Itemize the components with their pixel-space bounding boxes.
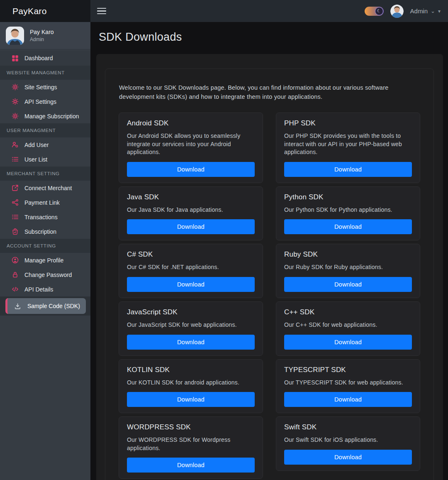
download-button[interactable]: Download — [127, 335, 255, 350]
card-description: Our WORDPRESS SDK for Wordpress applicat… — [127, 436, 255, 452]
sidebar-item-api-details[interactable]: API Details — [0, 282, 90, 296]
sdk-card-javascript: JavaScript SDK Our JavaScript SDK for we… — [119, 301, 263, 356]
sdk-card-grid: Android SDK Our Android SDK allows you t… — [119, 113, 420, 479]
sidebar-item-api-settings[interactable]: API Settings — [0, 94, 90, 109]
download-button[interactable]: Download — [284, 450, 412, 465]
avatar-image — [390, 5, 404, 18]
list-icon — [12, 156, 19, 163]
topbar: ☾ Admin ⌄ ▾ — [90, 0, 448, 22]
sdk-card-swift: Swift SDK Our Swift SDK for iOS applicat… — [276, 416, 420, 471]
sdk-card-typescript: TYPESCRIPT SDK Our TYPESCRIPT SDK for we… — [276, 359, 420, 414]
card-title: KOTLIN SDK — [127, 366, 255, 374]
sidebar: PayKaro Pay Karo Admin Dashboard WEBSITE… — [0, 0, 90, 480]
sdk-card-wordpress: WORDPRESS SDK Our WORDPRESS SDK for Word… — [119, 416, 263, 479]
card-title: Android SDK — [127, 119, 255, 127]
sidebar-item-user-list[interactable]: User List — [0, 152, 90, 167]
card-title: WORDPRESS SDK — [127, 423, 255, 431]
card-title: C# SDK — [127, 250, 255, 259]
sidebar-item-label: Add User — [24, 142, 49, 148]
card-description: Our JavaScript SDK for web applications. — [127, 321, 255, 329]
card-description: Our Ruby SDK for Ruby applications. — [284, 263, 412, 272]
sdk-panel: Welcome to our SDK Downloads page. Below… — [105, 69, 434, 480]
content-panel: Welcome to our SDK Downloads page. Below… — [96, 54, 443, 480]
sdk-card-php: PHP SDK Our PHP SDK provides you with th… — [276, 113, 420, 183]
menu-toggle-icon[interactable] — [97, 6, 106, 16]
download-button[interactable]: Download — [284, 219, 412, 234]
sidebar-item-label: Sample Code (SDK) — [27, 303, 80, 309]
card-description: Our Android SDK allows you to seamlessly… — [127, 132, 255, 157]
sidebar-item-site-settings[interactable]: Site Settings — [0, 80, 90, 94]
profile-role: Admin — [30, 37, 54, 42]
avatar[interactable] — [390, 5, 404, 18]
gear-icon — [12, 83, 19, 91]
sidebar-item-payment-link[interactable]: Payment Link — [0, 195, 90, 210]
user-menu[interactable]: Admin ⌄ ▾ — [410, 7, 441, 15]
download-button[interactable]: Download — [127, 162, 255, 177]
gear-icon — [12, 98, 19, 105]
avatar — [6, 27, 24, 45]
section-header-merchant-setting: MERCHANT SETTING — [0, 167, 90, 181]
sidebar-item-dashboard[interactable]: Dashboard — [0, 51, 90, 66]
avatar-image — [6, 27, 24, 45]
bag-check-icon — [12, 228, 19, 235]
sdk-card-java: Java SDK Our Java SDK for Java applicati… — [119, 186, 263, 241]
theme-toggle[interactable]: ☾ — [365, 7, 384, 16]
sidebar-item-label: Connect Merchant — [24, 185, 72, 191]
code-icon — [12, 286, 19, 293]
main-content: SDK Downloads Welcome to our SDK Downloa… — [90, 22, 448, 480]
lock-icon — [12, 271, 19, 278]
section-header-user-management: USER MANAGMENT — [0, 123, 90, 137]
sdk-card-cpp: C++ SDK Our C++ SDK for web applications… — [276, 301, 420, 356]
caret-down-icon: ▾ — [438, 9, 441, 14]
download-button[interactable]: Download — [284, 392, 412, 407]
card-title: Swift SDK — [284, 423, 412, 431]
download-button[interactable]: Download — [284, 335, 412, 350]
topbar-right: ☾ Admin ⌄ ▾ — [365, 5, 441, 18]
sdk-card-kotlin: KOTLIN SDK Our KOTLIN SDK for android ap… — [119, 359, 263, 414]
sidebar-item-label: API Settings — [24, 98, 56, 105]
share-icon — [12, 199, 19, 206]
card-title: TYPESCRIPT SDK — [284, 366, 412, 374]
card-description: Our C# SDK for .NET applications. — [127, 263, 255, 272]
download-button[interactable]: Download — [284, 277, 412, 292]
download-button[interactable]: Download — [127, 392, 255, 407]
sdk-card-android: Android SDK Our Android SDK allows you t… — [119, 113, 263, 183]
sidebar-item-transactions[interactable]: Transactions — [0, 210, 90, 224]
download-button[interactable]: Download — [127, 458, 255, 473]
download-button[interactable]: Download — [284, 162, 412, 177]
brand-logo[interactable]: PayKaro — [0, 0, 90, 22]
sidebar-profile: Pay Karo Admin — [0, 22, 90, 49]
card-title: PHP SDK — [284, 119, 412, 127]
sidebar-nav: Dashboard WEBSITE MANAGMENT Site Setting… — [0, 49, 90, 316]
sidebar-item-label: Change Password — [24, 272, 72, 278]
sidebar-item-manage-subscription[interactable]: Manage Subscription — [0, 109, 90, 123]
sidebar-item-add-user[interactable]: Add User — [0, 137, 90, 152]
sdk-card-csharp: C# SDK Our C# SDK for .NET applications.… — [119, 244, 263, 298]
sidebar-item-manage-profile[interactable]: Manage Profile — [0, 253, 90, 267]
card-description: Our Java SDK for Java applications. — [127, 206, 255, 214]
sidebar-item-label: Manage Subscription — [24, 113, 79, 120]
sidebar-item-label: Subscription — [24, 228, 56, 235]
download-button[interactable]: Download — [127, 219, 255, 234]
sdk-card-ruby: Ruby SDK Our Ruby SDK for Ruby applicati… — [276, 244, 420, 298]
sdk-card-python: Python SDK Our Python SDK for Python app… — [276, 186, 420, 241]
sidebar-item-label: API Details — [24, 286, 53, 293]
sidebar-item-label: Payment Link — [24, 199, 60, 206]
download-button[interactable]: Download — [127, 277, 255, 292]
sidebar-item-sample-code-sdk[interactable]: Sample Code (SDK) — [5, 298, 86, 314]
sidebar-item-subscription[interactable]: Subscription — [0, 224, 90, 239]
section-header-account-setting: ACCOUNT SETTING — [0, 239, 90, 253]
sidebar-active-row: Sample Code (SDK) — [0, 296, 90, 316]
user-menu-label: Admin — [410, 7, 428, 15]
sidebar-item-change-password[interactable]: Change Password — [0, 267, 90, 282]
list-icon — [12, 213, 19, 220]
card-description: Our Swift SDK for iOS applications. — [284, 436, 412, 444]
card-title: Java SDK — [127, 193, 255, 201]
sidebar-item-label: User List — [24, 156, 47, 163]
grid-icon — [12, 55, 19, 62]
chevron-down-icon: ⌄ — [431, 8, 435, 14]
card-description: Our C++ SDK for web applications. — [284, 321, 412, 329]
card-description: Our TYPESCRIPT SDK for web applications. — [284, 379, 412, 387]
sidebar-item-connect-merchant[interactable]: Connect Merchant — [0, 181, 90, 195]
sidebar-item-label: Site Settings — [24, 84, 57, 91]
